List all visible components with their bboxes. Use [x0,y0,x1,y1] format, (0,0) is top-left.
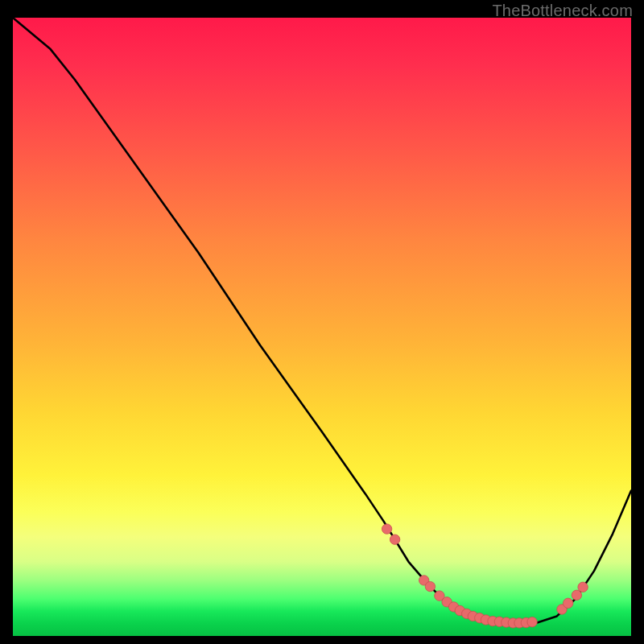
chart-container: { "watermark": "TheBottleneck.com", "col… [0,0,644,644]
curve-markers [382,524,588,628]
plot-area [13,18,631,636]
curve-marker [578,582,588,592]
bottleneck-curve [13,18,631,624]
curve-marker [425,581,435,591]
chart-overlay-svg [13,18,631,636]
curve-marker [527,617,537,627]
curve-marker [390,535,399,544]
curve-marker [382,524,391,534]
curve-marker [564,598,573,608]
